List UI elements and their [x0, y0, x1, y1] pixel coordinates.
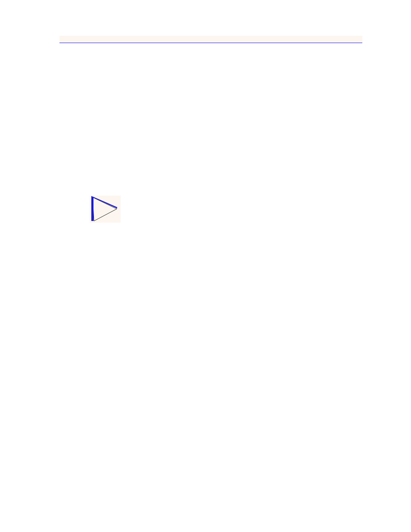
page-content: [59, 36, 362, 43]
header-band: [59, 36, 362, 43]
svg-marker-0: [93, 197, 117, 221]
note-triangle-icon: [90, 196, 121, 223]
